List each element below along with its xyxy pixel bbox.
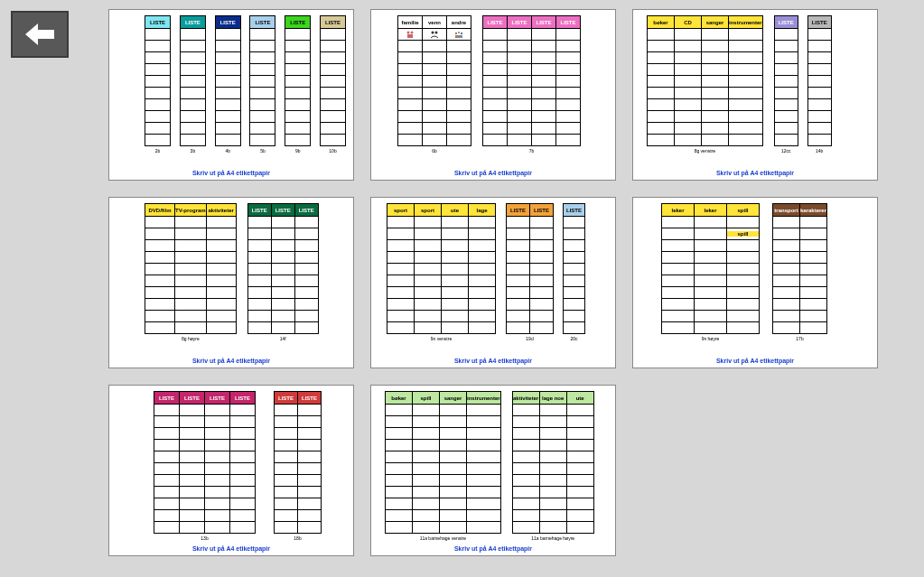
page-thumb-1[interactable]: LISTE2bLISTE3bLISTE4bLISTE5bLISTE9bLISTE… (108, 9, 354, 181)
page-label: 13b (201, 535, 208, 541)
page-label: 5b (260, 148, 266, 154)
svg-rect-2 (407, 34, 413, 38)
page-label: 18b (294, 535, 301, 541)
arrow-left-icon (23, 22, 56, 47)
page-label: 9n venstre (431, 336, 452, 341)
print-link[interactable]: Skriv ut på A4 etikettpapir (640, 170, 870, 176)
list-table: LISTELISTE (506, 203, 554, 334)
svg-point-0 (407, 32, 410, 34)
page-label: 6b (432, 148, 437, 154)
page-label: 9n høyre (702, 336, 720, 341)
page-label: 4b (225, 148, 230, 154)
list-table: LISTE (807, 15, 832, 146)
print-link[interactable]: Skriv ut på A4 etikettpapir (378, 545, 608, 552)
print-link[interactable]: Skriv ut på A4 etikettpapir (640, 358, 870, 364)
page-thumb-4[interactable]: DVD/filmTV-programaktiviteter8g høyreLIS… (108, 197, 354, 368)
page-label: 11a barnehage venstre (420, 535, 466, 541)
list-table: LISTE (180, 15, 206, 146)
page-label: 14f (280, 336, 286, 341)
svg-point-4 (435, 32, 438, 34)
page-thumb-3[interactable]: bøkerCDsangerinstrumenter8g venstreLISTE… (632, 9, 878, 181)
page-label: 14b (816, 148, 823, 154)
list-table: lekerlekerspillspill (661, 203, 760, 334)
svg-point-1 (411, 32, 414, 34)
page-label: 9b (295, 148, 301, 154)
list-table: bøkerspillsangerinstrumenter (385, 391, 501, 534)
list-table: LISTE (249, 15, 275, 146)
page-thumb-7[interactable]: LISTELISTELISTELISTE13bLISTELISTE18b Skr… (108, 385, 354, 556)
print-link[interactable]: Skriv ut på A4 etikettpapir (117, 545, 346, 552)
page-label: 11a barnehage høyre (531, 535, 574, 541)
page-label: 17b (796, 336, 803, 341)
list-table: LISTE (563, 203, 585, 334)
list-table: transportkarakterer (772, 203, 827, 334)
list-table: sportsportutelage (387, 203, 496, 334)
page-thumb-5[interactable]: sportsportutelage9n venstreLISTELISTE19d… (370, 197, 616, 368)
list-table: LISTE (285, 15, 311, 146)
print-link[interactable]: Skriv ut på A4 etikettpapir (117, 170, 346, 176)
list-table: LISTE (215, 15, 241, 146)
print-link[interactable]: Skriv ut på A4 etikettpapir (378, 170, 608, 176)
page-label: 2b (155, 148, 161, 154)
page-label: 8g venstre (695, 148, 715, 154)
list-table: DVD/filmTV-programaktiviteter (145, 203, 237, 334)
page-thumb-6[interactable]: lekerlekerspillspill9n høyretransportkar… (632, 197, 878, 368)
svg-point-3 (432, 32, 434, 34)
svg-rect-8 (455, 35, 462, 38)
print-link[interactable]: Skriv ut på A4 etikettpapir (378, 358, 608, 364)
page-thumb-2[interactable]: familievennandre6bLISTELISTELISTELISTE7b… (370, 9, 616, 181)
list-table: LISTE (774, 15, 798, 146)
back-button[interactable] (11, 11, 69, 58)
svg-point-5 (455, 33, 457, 34)
page-label: 7b (529, 148, 535, 154)
print-link[interactable]: Skriv ut på A4 etikettpapir (117, 358, 346, 364)
svg-point-7 (461, 33, 462, 34)
svg-point-6 (458, 32, 460, 33)
list-table: familievennandre (397, 15, 471, 146)
page-label: 20c (570, 336, 577, 341)
page-label: 10b (329, 148, 336, 154)
list-table: bøkerCDsangerinstrumenter (647, 15, 763, 146)
list-table: LISTELISTELISTELISTE (154, 391, 256, 534)
page-label: 3b (191, 148, 196, 154)
list-table: LISTELISTE (274, 391, 322, 534)
page-label: 8g høyre (182, 336, 200, 341)
list-table: LISTE (320, 15, 346, 146)
list-table: LISTELISTELISTE (247, 203, 319, 334)
page-label: 19d (526, 336, 533, 341)
page-thumb-8[interactable]: bøkerspillsangerinstrumenter11a barnehag… (370, 385, 616, 556)
list-table: aktiviteterlage noeute (512, 391, 594, 534)
page-label: 12cc (781, 148, 791, 154)
list-table: LISTE (145, 15, 171, 146)
page-grid: LISTE2bLISTE3bLISTE4bLISTE5bLISTE9bLISTE… (108, 9, 915, 556)
list-table: LISTELISTELISTELISTE (482, 15, 581, 146)
